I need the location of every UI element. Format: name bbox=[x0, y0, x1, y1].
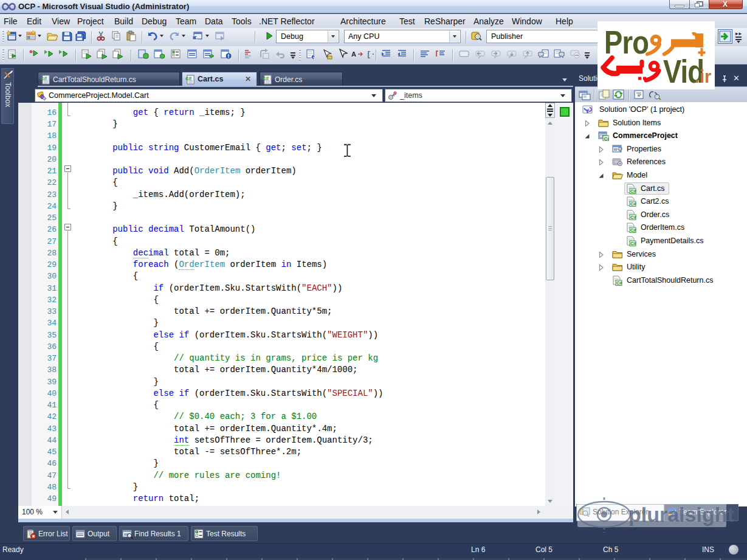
svg-text:c#: c# bbox=[41, 75, 47, 81]
svg-text:C#: C# bbox=[630, 227, 636, 233]
svg-text:c#: c# bbox=[263, 75, 269, 81]
svg-text:A: A bbox=[351, 50, 356, 58]
svg-text:C#: C# bbox=[630, 215, 636, 220]
svg-text:C#: C# bbox=[630, 241, 636, 246]
svg-text:C#: C# bbox=[616, 280, 622, 286]
svg-text:c#: c# bbox=[185, 75, 192, 81]
svg-text:C#: C# bbox=[630, 201, 636, 207]
svg-text:C#: C# bbox=[630, 188, 636, 194]
svg-text:C#: C# bbox=[604, 136, 610, 142]
